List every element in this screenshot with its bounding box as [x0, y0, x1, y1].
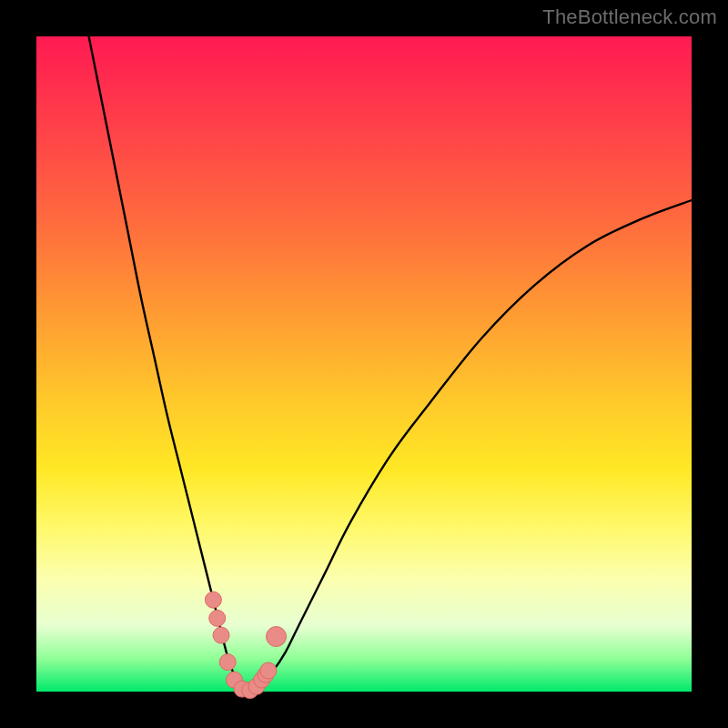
marker-point: [260, 662, 277, 679]
watermark-text: TheBottleneck.com: [542, 5, 717, 29]
chart-svg: [36, 36, 692, 692]
plot-area: [36, 36, 692, 692]
marker-point: [205, 592, 221, 608]
marker-point: [209, 610, 226, 626]
marker-point: [213, 627, 229, 643]
data-markers: [205, 592, 286, 698]
curve-bottleneck-curve: [89, 36, 692, 693]
chart-frame: TheBottleneck.com: [0, 0, 728, 728]
marker-point: [267, 627, 287, 647]
marker-point: [219, 654, 236, 671]
bottleneck-curve: [89, 36, 692, 693]
